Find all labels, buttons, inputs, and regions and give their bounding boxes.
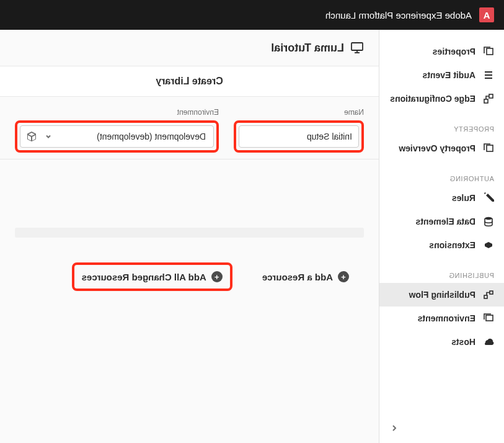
sidebar-item-property-overview[interactable]: Property Overview <box>379 136 504 160</box>
adobe-logo-icon: A <box>479 7 494 22</box>
environment-selected-value: Development (development) <box>97 132 206 141</box>
sidebar-item-environments[interactable]: Environments <box>379 307 504 330</box>
property-overview-icon <box>483 143 494 154</box>
properties-icon <box>483 46 494 57</box>
environment-label: Environment <box>15 108 219 117</box>
main-content: Luma Tutorial Create Library Name Enviro… <box>0 30 379 443</box>
sidebar-item-label: Rules <box>452 193 475 203</box>
sidebar-section-property: PROPERTY <box>379 110 504 136</box>
sidebar-item-publishing-flow[interactable]: Publishing Flow <box>379 283 504 307</box>
hosts-icon <box>483 336 494 347</box>
resource-actions: + Add a Resource + Add All Changed Resou… <box>0 238 379 306</box>
edge-config-icon <box>483 93 494 104</box>
svg-rect-0 <box>487 48 493 55</box>
sidebar-item-label: Data Elements <box>416 217 475 226</box>
sidebar-item-extensions[interactable]: Extensions <box>379 233 504 257</box>
extensions-icon <box>483 239 494 251</box>
sidebar-item-label: Property Overview <box>399 143 475 153</box>
sidebar-item-label: Environments <box>418 313 475 323</box>
svg-rect-5 <box>484 99 488 103</box>
svg-rect-8 <box>490 291 493 294</box>
app-title: Adobe Experience Platform Launch <box>325 10 472 20</box>
sidebar-item-label: Edge Configurations <box>390 94 475 104</box>
app-header: A Adobe Experience Platform Launch <box>0 0 504 30</box>
plus-circle-icon: + <box>338 271 349 282</box>
library-name-input[interactable] <box>239 125 359 148</box>
sidebar-item-label: Publishing Flow <box>409 290 475 300</box>
sidebar-item-hosts[interactable]: Hosts <box>379 330 504 354</box>
add-all-label: Add All Changed Resources <box>82 272 206 282</box>
sidebar-item-label: Properties <box>433 47 475 56</box>
sidebar-section-authoring: AUTHORING <box>379 160 504 186</box>
svg-point-7 <box>485 217 492 220</box>
sidebar-section-publishing: PUBLISHING <box>379 257 504 283</box>
list-icon <box>483 69 494 81</box>
publishing-flow-icon <box>483 289 494 300</box>
package-icon <box>26 131 37 142</box>
highlight-name-input <box>234 120 364 153</box>
property-name: Luma Tutorial <box>271 42 344 55</box>
data-elements-icon <box>483 216 494 227</box>
horizontal-scrollbar[interactable] <box>15 228 364 238</box>
highlight-environment-select: Development (development) <box>15 120 219 153</box>
svg-rect-6 <box>487 145 493 151</box>
page-title: Create Library <box>0 66 379 97</box>
sidebar-item-label: Hosts <box>451 337 475 347</box>
sidebar-item-data-elements[interactable]: Data Elements <box>379 210 504 233</box>
rules-icon <box>483 192 494 204</box>
svg-rect-4 <box>489 94 493 98</box>
highlight-add-all: + Add All Changed Resources <box>72 262 232 291</box>
add-resource-label: Add a Resource <box>262 272 333 282</box>
property-header: Luma Tutorial <box>0 30 379 58</box>
chevron-down-icon <box>45 133 52 140</box>
left-sidebar: Properties Audit Events Edge Configurati… <box>379 30 504 443</box>
svg-rect-11 <box>351 43 363 50</box>
plus-circle-icon: + <box>211 271 223 282</box>
svg-rect-9 <box>484 295 487 298</box>
name-label: Name <box>234 108 364 117</box>
add-all-changed-resources-button[interactable]: + Add All Changed Resources <box>77 267 228 286</box>
monitor-icon <box>350 41 364 55</box>
sidebar-collapse-button[interactable] <box>387 421 402 436</box>
sidebar-item-label: Audit Events <box>422 70 475 80</box>
sidebar-item-properties[interactable]: Properties <box>379 40 504 63</box>
sidebar-item-audit-events[interactable]: Audit Events <box>379 63 504 87</box>
svg-rect-10 <box>486 315 493 321</box>
sidebar-item-rules[interactable]: Rules <box>379 186 504 210</box>
library-form: Name Environment Development (developmen… <box>0 97 379 159</box>
sidebar-item-label: Extensions <box>429 240 475 250</box>
sidebar-item-edge-configurations[interactable]: Edge Configurations <box>379 87 504 110</box>
environments-icon <box>483 313 494 324</box>
add-resource-button[interactable]: + Add a Resource <box>257 267 354 286</box>
